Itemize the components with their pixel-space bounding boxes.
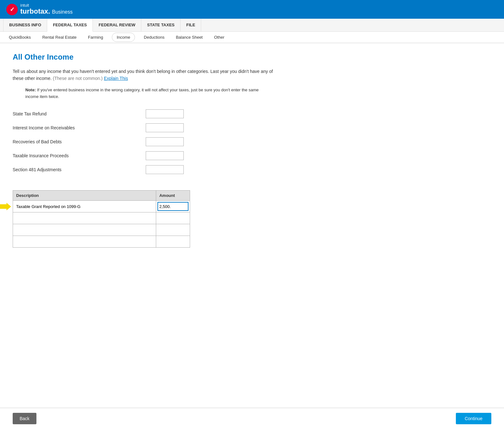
input-section-481[interactable] bbox=[146, 165, 184, 174]
table-row bbox=[13, 224, 190, 236]
input-recoveries[interactable] bbox=[146, 137, 184, 146]
field-recoveries: Recoveries of Bad Debts bbox=[13, 137, 336, 146]
subtab-income[interactable]: Income bbox=[112, 33, 135, 42]
input-description-row1[interactable] bbox=[14, 202, 155, 211]
page-title: All Other Income bbox=[13, 53, 336, 62]
input-description-row4[interactable] bbox=[14, 237, 155, 246]
field-section-481: Section 481 Adjustments bbox=[13, 165, 336, 174]
tab-state-taxes[interactable]: STATE TAXES bbox=[141, 19, 181, 31]
subtab-quickbooks[interactable]: QuickBooks bbox=[6, 32, 33, 43]
field-state-tax-refund: State Tax Refund bbox=[13, 109, 336, 118]
explain-this-link[interactable]: Explain This bbox=[104, 76, 128, 81]
subtab-rental-real-estate[interactable]: Rental Real Estate bbox=[40, 32, 79, 43]
main-nav: BUSINESS INFO FEDERAL TAXES FEDERAL REVI… bbox=[0, 19, 504, 32]
page-description: Tell us about any income that you haven'… bbox=[13, 68, 282, 82]
app-header: ✓ intuit turbotax. Business bbox=[0, 0, 504, 19]
label-section-481: Section 481 Adjustments bbox=[13, 167, 139, 172]
subtab-farming[interactable]: Farming bbox=[86, 32, 106, 43]
input-amount-row3[interactable] bbox=[157, 225, 188, 234]
logo-icon: ✓ bbox=[6, 4, 18, 15]
main-content: All Other Income Tell us about any incom… bbox=[0, 43, 348, 290]
tab-federal-review[interactable]: FEDERAL REVIEW bbox=[93, 19, 141, 31]
label-interest-income: Interest Income on Receivables bbox=[13, 125, 139, 130]
tab-file[interactable]: FILE bbox=[181, 19, 201, 31]
label-taxable-insurance: Taxable Insurance Proceeds bbox=[13, 153, 139, 158]
logo: ✓ intuit turbotax. Business bbox=[6, 3, 73, 16]
subtab-balance-sheet[interactable]: Balance Sheet bbox=[173, 32, 205, 43]
sub-nav: QuickBooks Rental Real Estate Farming In… bbox=[0, 32, 504, 43]
tab-business-info[interactable]: BUSINESS INFO bbox=[3, 19, 47, 31]
input-amount-row1[interactable] bbox=[157, 202, 188, 211]
income-table: Description Amount bbox=[13, 190, 190, 248]
input-amount-row2[interactable] bbox=[157, 214, 188, 223]
input-state-tax-refund[interactable] bbox=[146, 109, 184, 118]
label-state-tax-refund: State Tax Refund bbox=[13, 111, 139, 116]
subtab-deductions[interactable]: Deductions bbox=[141, 32, 167, 43]
note-section: Note: If you've entered business income … bbox=[25, 87, 272, 100]
table-row bbox=[13, 236, 190, 248]
income-table-wrapper: Description Amount bbox=[13, 184, 190, 248]
logo-text: intuit turbotax. Business bbox=[20, 3, 73, 16]
input-interest-income[interactable] bbox=[146, 123, 184, 132]
table-row bbox=[13, 212, 190, 224]
table-header-description: Description bbox=[13, 191, 156, 201]
input-taxable-insurance[interactable] bbox=[146, 151, 184, 160]
field-interest-income: Interest Income on Receivables bbox=[13, 123, 336, 132]
input-description-row3[interactable] bbox=[14, 225, 155, 234]
label-recoveries: Recoveries of Bad Debts bbox=[13, 139, 139, 144]
tab-federal-taxes[interactable]: FEDERAL TAXES bbox=[47, 19, 93, 32]
input-description-row2[interactable] bbox=[14, 214, 155, 223]
field-taxable-insurance: Taxable Insurance Proceeds bbox=[13, 151, 336, 160]
arrow-indicator bbox=[0, 203, 11, 210]
subtab-other[interactable]: Other bbox=[212, 32, 227, 43]
table-header-amount: Amount bbox=[156, 191, 190, 201]
input-amount-row4[interactable] bbox=[157, 237, 188, 246]
table-row bbox=[13, 201, 190, 212]
